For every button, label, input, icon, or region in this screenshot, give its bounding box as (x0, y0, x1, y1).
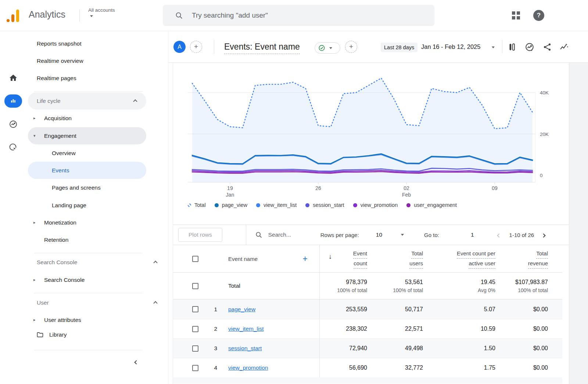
home-icon[interactable] (9, 73, 18, 82)
header-total-users[interactable]: Total users (367, 245, 423, 272)
sort-descending-icon[interactable]: ↓ (329, 252, 332, 261)
add-comparison-button[interactable]: + (190, 41, 202, 53)
sidebar-item-search-console[interactable]: ▸ Search Console (26, 271, 168, 288)
section-header-user[interactable]: User (26, 294, 168, 311)
grid-square (512, 11, 515, 15)
legend-item[interactable]: user_engagement (406, 202, 457, 208)
row-checkbox-cell (173, 358, 202, 377)
legend-item[interactable]: Total (188, 202, 206, 208)
report-status-pill[interactable] (315, 42, 340, 54)
sidebar-item-acquisition[interactable]: ▸ Acquisition (26, 110, 168, 127)
divider (34, 350, 143, 350)
chevron-down-icon (492, 47, 495, 49)
sidebar-item-pages-and-screens[interactable]: Pages and screens (26, 179, 168, 196)
compare-data-icon[interactable] (507, 42, 517, 52)
grid-square (517, 16, 520, 19)
sidebar-item-events[interactable]: Events (28, 162, 146, 179)
sidebar-item-library[interactable]: Library (26, 326, 168, 343)
sidebar-item-engagement[interactable]: ▾ Engagement (28, 127, 146, 144)
legend-item[interactable]: page_view (215, 202, 247, 208)
total-cell (173, 273, 202, 299)
row-checkbox-cell (173, 339, 202, 358)
sidebar-item-landing-page[interactable]: Landing page (26, 197, 168, 214)
section-header-search-console[interactable]: Search Console (26, 254, 168, 271)
select-all-checkbox[interactable] (192, 256, 198, 262)
insights-icon[interactable] (525, 42, 534, 52)
row-metric-value: $0.00 (495, 339, 548, 358)
goto-page-input[interactable]: 1 (471, 232, 474, 238)
advertising-icon[interactable] (9, 143, 18, 152)
total-value: 978,379 (346, 279, 367, 286)
row-checkbox[interactable] (192, 306, 198, 312)
table-header-row: Event name + ↓ Event count Total users E… (173, 245, 562, 272)
legend-item[interactable]: session_start (305, 202, 344, 208)
help-icon[interactable]: ? (533, 10, 544, 21)
check-circle-icon (318, 44, 325, 51)
events-trend-chart: 020K40K19Jan2602Feb09 (173, 63, 569, 199)
sidebar-item-label: Overview (26, 150, 76, 157)
plot-rows-button[interactable]: Plot rows (178, 228, 222, 242)
section-header-life-cycle[interactable]: Life cycle (28, 92, 146, 110)
collapse-arrow-icon: ▾ (33, 133, 36, 138)
row-checkbox[interactable] (192, 365, 198, 371)
apps-grid-icon[interactable] (512, 11, 520, 19)
total-total-revenue: $107,983.87 100% of total (495, 273, 548, 299)
expand-arrow-icon: ▸ (33, 317, 36, 322)
sidebar-item-monetization[interactable]: ▸ Monetization (26, 214, 168, 231)
row-metric-value: 49,498 (367, 339, 423, 358)
row-metric-value: 238,302 (319, 319, 367, 338)
divider (502, 40, 502, 53)
event-name-link[interactable]: view_promotion (228, 365, 268, 371)
search-input[interactable] (192, 11, 412, 19)
event-name-link[interactable]: session_start (228, 345, 262, 352)
row-checkbox[interactable] (192, 326, 198, 332)
grid-square (517, 11, 520, 15)
scroll-gutter[interactable] (569, 63, 588, 384)
sidebar-item-realtime-pages[interactable]: Realtime pages (26, 69, 168, 87)
page-title[interactable]: Events: Event name (224, 42, 300, 54)
row-checkbox-cell (173, 319, 202, 338)
chevron-down-icon[interactable] (401, 234, 404, 236)
row-checkbox[interactable] (192, 345, 198, 352)
date-range-picker[interactable]: Jan 16 - Feb 12, 2025 (421, 43, 480, 50)
legend-item[interactable]: view_promotion (353, 202, 398, 208)
legend-item[interactable]: view_item_list (256, 202, 297, 208)
share-icon[interactable] (542, 42, 552, 52)
header-event-count-per-active-user[interactable]: Event count per active user (423, 245, 495, 272)
explore-icon[interactable] (9, 120, 18, 129)
folder-icon (36, 331, 44, 338)
sparkline-insights-icon[interactable] (559, 42, 569, 52)
collapse-sidebar-button[interactable] (129, 355, 144, 370)
sidebar-item-label: Library (26, 331, 67, 338)
table-total-row: Total 978,379 100% of total 53,561 100% … (173, 272, 562, 299)
row-checkbox[interactable] (192, 283, 198, 289)
chevron-down-icon (90, 15, 93, 17)
event-name-link[interactable]: view_item_list (228, 326, 263, 332)
header-event-count[interactable]: ↓ Event count (319, 245, 367, 272)
previous-page-icon[interactable] (498, 232, 501, 238)
total-subtext: 100% of total (518, 287, 548, 293)
analytics-logo-icon[interactable] (7, 9, 19, 22)
svg-text:20K: 20K (540, 132, 549, 137)
header-total-revenue[interactable]: Total revenue (495, 245, 548, 272)
avatar[interactable]: A (173, 41, 186, 53)
column-label[interactable]: Event name (228, 256, 258, 262)
sidebar-item-realtime-overview[interactable]: Realtime overview (26, 52, 168, 69)
event-name-link[interactable]: page_view (228, 306, 255, 313)
sidebar-item-overview[interactable]: Overview (26, 144, 168, 162)
header-event-name: Event name + (217, 245, 319, 272)
account-switcher[interactable]: All accounts (88, 7, 115, 18)
report-header: A + Events: Event name + Last 28 days Ja… (168, 31, 588, 62)
sidebar-item-reports-snapshot[interactable]: Reports snapshot (26, 35, 168, 52)
global-search (163, 5, 434, 26)
add-report-tab-button[interactable]: + (345, 41, 357, 53)
add-dimension-icon[interactable]: + (303, 254, 308, 264)
sidebar-item-retention[interactable]: Retention (26, 231, 168, 248)
legend-dot (353, 203, 357, 207)
total-value: 53,561 (405, 279, 423, 286)
reports-nav-icon[interactable] (4, 94, 22, 108)
table-search-input[interactable]: Search... (268, 232, 299, 238)
rows-per-page-select[interactable]: 10 (376, 232, 382, 238)
chart-legend: Total page_view view_item_list session_s… (173, 200, 569, 211)
next-page-icon[interactable] (542, 232, 545, 238)
